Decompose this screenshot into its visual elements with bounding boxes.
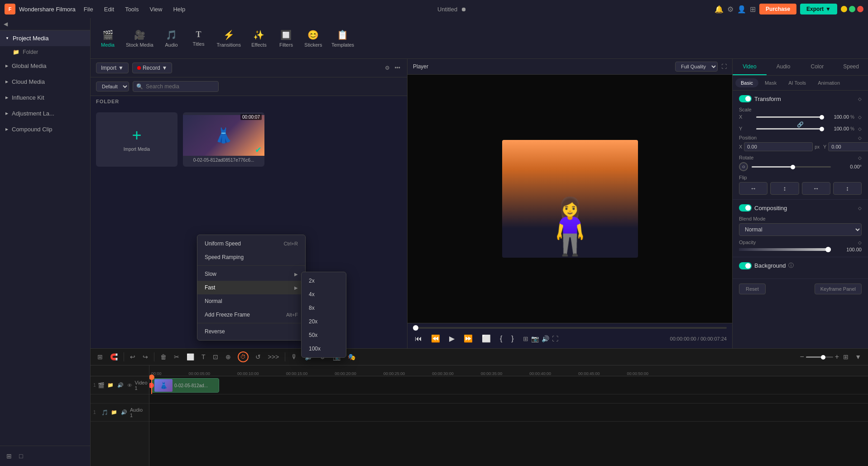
profile-icon[interactable]: 👤: [737, 5, 746, 14]
flip-vertical-button[interactable]: ↕: [770, 182, 799, 195]
timeline-more-button[interactable]: ▼: [853, 352, 863, 362]
fullscreen2-icon[interactable]: ⛶: [552, 335, 558, 342]
flip-h2-button[interactable]: ↔: [802, 182, 830, 195]
timeline-settings-button[interactable]: ⊞: [841, 352, 851, 362]
redo-button[interactable]: ↪: [140, 352, 150, 362]
folder-add-icon[interactable]: □: [17, 451, 24, 461]
group-button[interactable]: ⊡: [211, 352, 221, 362]
go-to-start-button[interactable]: ⏮: [413, 333, 424, 345]
video-clip[interactable]: 👗 0-02-05-812ad...: [151, 378, 219, 393]
play-pause-button[interactable]: ▶: [447, 332, 456, 345]
scale-x-keyframe[interactable]: ◇: [858, 115, 862, 120]
crop-button[interactable]: ⬜: [480, 332, 493, 345]
text-button[interactable]: T: [199, 352, 208, 362]
submenu-2x[interactable]: 2x: [302, 274, 346, 288]
submenu-50x[interactable]: 50x: [302, 328, 346, 342]
step-back-button[interactable]: ⏪: [429, 332, 442, 345]
fullscreen-icon[interactable]: ⛶: [721, 63, 727, 70]
toolbar-stickers[interactable]: 😊 Stickers: [300, 27, 327, 50]
zoom-out-icon[interactable]: −: [800, 353, 804, 361]
position-y-input[interactable]: [828, 142, 868, 151]
more-preview-controls[interactable]: ⊞ 📷 🔊 ⛶: [523, 335, 558, 342]
submenu-4x[interactable]: 4x: [302, 288, 346, 301]
zoom-slider[interactable]: [806, 356, 833, 358]
subtab-basic[interactable]: Basic: [735, 78, 758, 87]
sidebar-item-cloud-media[interactable]: ▶ Cloud Media: [0, 74, 90, 90]
reset-button[interactable]: Reset: [739, 283, 766, 294]
toolbar-stock-media[interactable]: 🎥 Stock Media: [121, 27, 158, 50]
magnetic-snap-button[interactable]: 🧲: [108, 352, 120, 362]
mark-in-button[interactable]: {: [498, 333, 504, 345]
sidebar-item-influence-kit[interactable]: ▶ Influence Kit: [0, 90, 90, 106]
toolbar-templates[interactable]: 📋 Templates: [327, 27, 359, 50]
menu-help[interactable]: Help: [168, 4, 190, 14]
mark-out-button[interactable]: }: [509, 333, 515, 345]
subtab-animation[interactable]: Animation: [812, 78, 845, 87]
position-keyframe[interactable]: ◇: [858, 135, 862, 140]
record-button[interactable]: Record ▼: [132, 62, 173, 73]
maximize-button[interactable]: [849, 6, 855, 12]
collapse-sidebar-btn[interactable]: ◀: [4, 21, 8, 27]
notification-icon[interactable]: 🔔: [715, 5, 724, 14]
compositing-toggle[interactable]: [739, 204, 752, 211]
ctx-uniform-speed[interactable]: Uniform Speed Ctrl+R: [197, 237, 305, 250]
toolbar-effects[interactable]: ✨ Effects: [245, 27, 273, 50]
ctx-slow[interactable]: Slow ▶: [197, 267, 305, 281]
submenu-20x[interactable]: 20x: [302, 315, 346, 328]
video-track-folder-icon[interactable]: 📁: [106, 381, 115, 389]
tab-audio[interactable]: Audio: [767, 59, 801, 75]
position-x-input[interactable]: [744, 142, 813, 151]
filter-icon[interactable]: ⚙: [384, 63, 391, 72]
step-forward-button[interactable]: ⏩: [462, 332, 475, 345]
more-tools-button[interactable]: >>>: [266, 352, 282, 362]
sidebar-sub-folder[interactable]: 📁 Folder: [0, 46, 90, 58]
record-voice-button[interactable]: 🎙: [289, 352, 300, 362]
export-button[interactable]: Export ▼: [800, 4, 837, 14]
scale-x-slider[interactable]: [756, 116, 824, 118]
audio-track-folder-icon[interactable]: 📁: [110, 408, 118, 416]
zoom-in-button[interactable]: ⊕: [223, 352, 233, 362]
menu-file[interactable]: File: [79, 4, 98, 14]
rotate-wheel[interactable]: ○: [739, 162, 748, 171]
add-to-timeline-icon[interactable]: ⊞: [523, 335, 528, 342]
rotate-keyframe[interactable]: ◇: [858, 155, 862, 160]
menu-tools[interactable]: Tools: [120, 4, 143, 14]
video-track-eye-icon[interactable]: 👁: [126, 382, 133, 389]
toolbar-titles[interactable]: T Titles: [185, 27, 212, 49]
ctx-speed-ramping[interactable]: Speed Ramping: [197, 250, 305, 264]
ctx-add-freeze-frame[interactable]: Add Freeze Frame Alt+F: [197, 308, 305, 322]
mask-button[interactable]: 🎭: [345, 352, 358, 362]
background-toggle[interactable]: [739, 262, 752, 269]
menu-view[interactable]: View: [145, 4, 167, 14]
import-button[interactable]: Import ▼: [96, 62, 129, 73]
layout-icon[interactable]: ⊞: [750, 5, 756, 14]
import-media-item[interactable]: + Import Media: [96, 112, 177, 167]
quality-select[interactable]: Full Quality: [675, 62, 718, 72]
submenu-100x[interactable]: 100x: [302, 342, 346, 356]
compositing-keyframe-icon[interactable]: ◇: [858, 206, 862, 211]
delete-button[interactable]: 🗑: [158, 352, 169, 362]
subtab-mask[interactable]: Mask: [759, 78, 782, 87]
add-track-button[interactable]: ⊞: [95, 352, 105, 362]
transform-toggle[interactable]: [739, 95, 752, 102]
toolbar-audio[interactable]: 🎵 Audio: [158, 27, 185, 50]
sidebar-item-compound-clip[interactable]: ▶ Compound Clip: [0, 121, 90, 137]
sidebar-item-project-media[interactable]: ▼ Project Media: [0, 30, 90, 46]
close-button[interactable]: [857, 6, 863, 12]
zoom-in-timeline-icon[interactable]: +: [835, 353, 839, 361]
scale-link[interactable]: 🔗: [797, 121, 804, 128]
flip-horizontal-button[interactable]: ↔: [739, 182, 767, 195]
background-info-icon[interactable]: ⓘ: [788, 262, 794, 269]
scale-y-keyframe[interactable]: ◇: [858, 126, 862, 131]
tab-color[interactable]: Color: [801, 59, 834, 75]
split-button[interactable]: ✂: [172, 352, 182, 362]
minimize-button[interactable]: [841, 6, 847, 12]
scale-y-slider[interactable]: [756, 128, 824, 130]
snapshot-icon[interactable]: 📷: [531, 335, 539, 342]
video-track-volume-icon[interactable]: 🔊: [116, 381, 125, 389]
preview-progress-bar[interactable]: [413, 327, 727, 329]
ctx-reverse[interactable]: Reverse: [197, 325, 305, 338]
volume-icon[interactable]: 🔊: [542, 335, 549, 342]
add-track-icon[interactable]: ⊞: [5, 451, 14, 461]
media-sort-select[interactable]: Default: [96, 82, 129, 91]
